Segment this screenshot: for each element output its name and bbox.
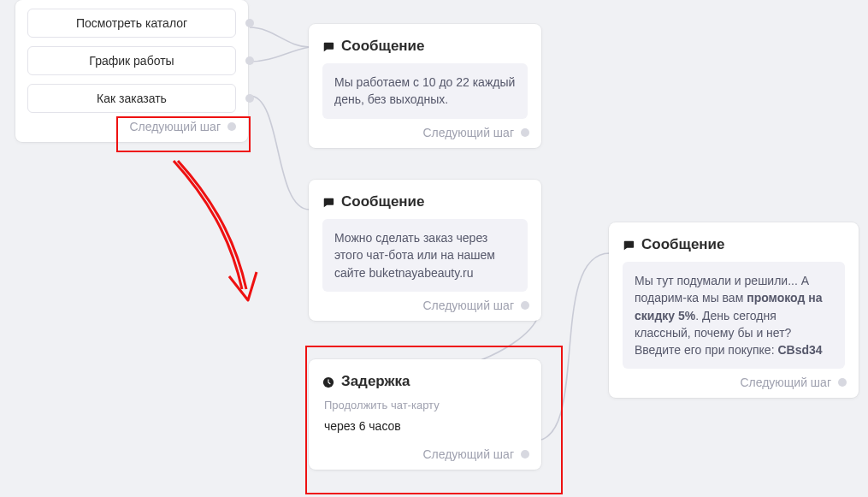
next-step-label: Следующий шаг [422,299,514,312]
annotation-arrow [144,157,272,319]
option-button-hours[interactable]: График работы [27,46,236,75]
message-body: Можно сделать заказ через этого чат-бота… [322,219,528,292]
node-port[interactable] [245,94,254,103]
node-port[interactable] [245,56,254,65]
message-node-2[interactable]: Сообщение Можно сделать заказ через этог… [309,180,541,321]
next-step-label: Следующий шаг [422,126,514,139]
annotation-highlight-delay [305,346,563,494]
message-body: Мы работаем с 10 до 22 каждый день, без … [322,63,528,119]
title-text: Сообщение [641,236,725,253]
next-step[interactable]: Следующий шаг [422,126,529,139]
next-step[interactable]: Следующий шаг [422,299,529,312]
node-port[interactable] [245,19,254,27]
option-label: Посмотреть каталог [76,16,187,30]
option-label: График работы [89,54,174,68]
title-text: Сообщение [341,193,425,210]
message-icon [322,40,334,52]
message-body: Мы тут подумали и решили... А подарим-ка… [623,262,845,369]
card-title: Сообщение [623,236,845,253]
card-title: Сообщение [322,193,528,210]
message-node-3[interactable]: Сообщение Мы тут подумали и решили... А … [609,222,859,398]
next-step[interactable]: Следующий шаг [740,376,847,389]
option-button-order[interactable]: Как заказать [27,84,236,113]
message-icon [322,196,334,208]
card-title: Сообщение [322,38,528,55]
option-button-catalog[interactable]: Посмотреть каталог [27,9,236,38]
annotation-highlight-next [116,116,251,152]
next-step-label: Следующий шаг [740,376,831,389]
message-icon [623,239,635,251]
message-node-1[interactable]: Сообщение Мы работаем с 10 до 22 каждый … [309,24,541,148]
option-label: Как заказать [97,92,167,105]
node-port[interactable] [838,378,847,387]
node-port[interactable] [521,301,529,310]
node-port[interactable] [521,128,529,137]
title-text: Сообщение [341,38,425,55]
